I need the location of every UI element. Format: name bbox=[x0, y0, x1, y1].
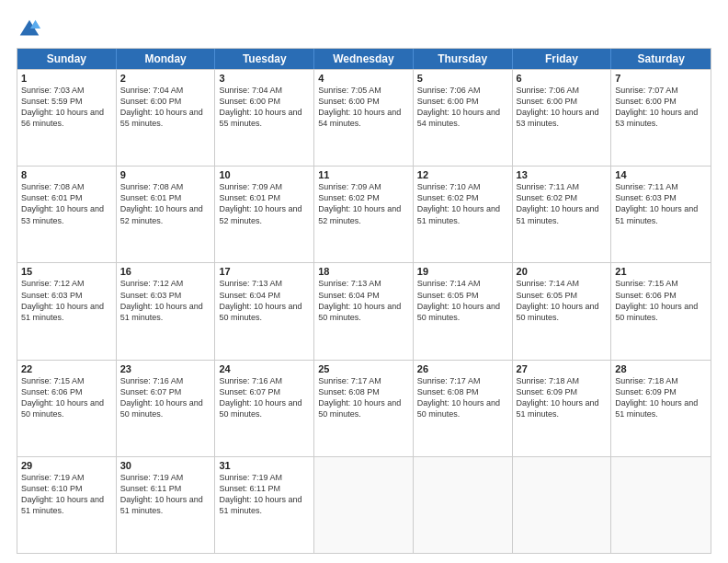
day-number: 17 bbox=[219, 266, 310, 277]
day-info: Sunrise: 7:19 AM Sunset: 6:11 PM Dayligh… bbox=[219, 472, 310, 517]
day-cell-15: 15Sunrise: 7:12 AM Sunset: 6:03 PM Dayli… bbox=[17, 263, 117, 359]
day-cell-17: 17Sunrise: 7:13 AM Sunset: 6:04 PM Dayli… bbox=[215, 263, 314, 359]
day-cell-5: 5Sunrise: 7:06 AM Sunset: 6:00 PM Daylig… bbox=[414, 70, 513, 166]
day-info: Sunrise: 7:15 AM Sunset: 6:06 PM Dayligh… bbox=[615, 278, 707, 323]
day-number: 24 bbox=[219, 363, 310, 374]
day-info: Sunrise: 7:09 AM Sunset: 6:01 PM Dayligh… bbox=[219, 181, 310, 226]
day-cell-6: 6Sunrise: 7:06 AM Sunset: 6:00 PM Daylig… bbox=[513, 70, 612, 166]
day-number: 4 bbox=[318, 73, 409, 84]
day-cell-20: 20Sunrise: 7:14 AM Sunset: 6:05 PM Dayli… bbox=[513, 263, 612, 359]
header-day-tuesday: Tuesday bbox=[215, 49, 314, 69]
day-cell-25: 25Sunrise: 7:17 AM Sunset: 6:08 PM Dayli… bbox=[314, 361, 414, 456]
day-number: 19 bbox=[417, 266, 508, 277]
day-info: Sunrise: 7:18 AM Sunset: 6:09 PM Dayligh… bbox=[615, 375, 707, 420]
day-number: 27 bbox=[517, 363, 608, 374]
day-info: Sunrise: 7:14 AM Sunset: 6:05 PM Dayligh… bbox=[417, 278, 508, 323]
day-info: Sunrise: 7:05 AM Sunset: 6:00 PM Dayligh… bbox=[318, 85, 409, 130]
calendar-week: 8Sunrise: 7:08 AM Sunset: 6:01 PM Daylig… bbox=[17, 166, 711, 262]
day-number: 10 bbox=[219, 169, 310, 180]
header-day-sunday: Sunday bbox=[17, 49, 117, 69]
day-cell-30: 30Sunrise: 7:19 AM Sunset: 6:11 PM Dayli… bbox=[117, 457, 216, 553]
day-cell-18: 18Sunrise: 7:13 AM Sunset: 6:04 PM Dayli… bbox=[314, 263, 414, 359]
day-info: Sunrise: 7:04 AM Sunset: 6:00 PM Dayligh… bbox=[219, 85, 310, 130]
day-info: Sunrise: 7:09 AM Sunset: 6:02 PM Dayligh… bbox=[318, 181, 409, 226]
day-cell-8: 8Sunrise: 7:08 AM Sunset: 6:01 PM Daylig… bbox=[17, 167, 117, 262]
day-number: 14 bbox=[615, 169, 707, 180]
header-day-friday: Friday bbox=[513, 49, 612, 69]
day-info: Sunrise: 7:06 AM Sunset: 6:00 PM Dayligh… bbox=[517, 85, 608, 130]
calendar: SundayMondayTuesdayWednesdayThursdayFrid… bbox=[17, 48, 711, 554]
day-info: Sunrise: 7:15 AM Sunset: 6:06 PM Dayligh… bbox=[21, 375, 112, 420]
calendar-page: SundayMondayTuesdayWednesdayThursdayFrid… bbox=[0, 0, 728, 563]
day-cell-14: 14Sunrise: 7:11 AM Sunset: 6:03 PM Dayli… bbox=[611, 167, 711, 262]
calendar-week: 1Sunrise: 7:03 AM Sunset: 5:59 PM Daylig… bbox=[17, 69, 711, 166]
day-info: Sunrise: 7:11 AM Sunset: 6:02 PM Dayligh… bbox=[517, 181, 608, 226]
day-number: 15 bbox=[21, 266, 112, 277]
day-info: Sunrise: 7:06 AM Sunset: 6:00 PM Dayligh… bbox=[417, 85, 508, 130]
calendar-header: SundayMondayTuesdayWednesdayThursdayFrid… bbox=[17, 49, 711, 69]
day-number: 22 bbox=[21, 363, 112, 374]
day-cell-26: 26Sunrise: 7:17 AM Sunset: 6:08 PM Dayli… bbox=[414, 361, 513, 456]
day-info: Sunrise: 7:13 AM Sunset: 6:04 PM Dayligh… bbox=[219, 278, 310, 323]
day-number: 7 bbox=[615, 73, 707, 84]
day-number: 29 bbox=[21, 460, 112, 471]
day-info: Sunrise: 7:08 AM Sunset: 6:01 PM Dayligh… bbox=[120, 181, 211, 226]
day-cell-16: 16Sunrise: 7:12 AM Sunset: 6:03 PM Dayli… bbox=[117, 263, 216, 359]
day-number: 31 bbox=[219, 460, 310, 471]
day-number: 9 bbox=[120, 169, 211, 180]
day-cell-31: 31Sunrise: 7:19 AM Sunset: 6:11 PM Dayli… bbox=[215, 457, 314, 553]
day-cell-9: 9Sunrise: 7:08 AM Sunset: 6:01 PM Daylig… bbox=[117, 167, 216, 262]
header-day-saturday: Saturday bbox=[611, 49, 711, 69]
day-cell-10: 10Sunrise: 7:09 AM Sunset: 6:01 PM Dayli… bbox=[215, 167, 314, 262]
day-info: Sunrise: 7:08 AM Sunset: 6:01 PM Dayligh… bbox=[21, 181, 112, 226]
calendar-week: 15Sunrise: 7:12 AM Sunset: 6:03 PM Dayli… bbox=[17, 262, 711, 359]
calendar-body: 1Sunrise: 7:03 AM Sunset: 5:59 PM Daylig… bbox=[17, 69, 711, 553]
day-cell-12: 12Sunrise: 7:10 AM Sunset: 6:02 PM Dayli… bbox=[414, 167, 513, 262]
day-number: 2 bbox=[120, 73, 211, 84]
logo-icon bbox=[17, 17, 42, 42]
day-cell-27: 27Sunrise: 7:18 AM Sunset: 6:09 PM Dayli… bbox=[513, 361, 612, 456]
empty-cell bbox=[513, 457, 612, 553]
day-cell-23: 23Sunrise: 7:16 AM Sunset: 6:07 PM Dayli… bbox=[117, 361, 216, 456]
day-number: 3 bbox=[219, 73, 310, 84]
empty-cell bbox=[414, 457, 513, 553]
day-number: 25 bbox=[318, 363, 409, 374]
day-cell-29: 29Sunrise: 7:19 AM Sunset: 6:10 PM Dayli… bbox=[17, 457, 117, 553]
day-number: 13 bbox=[517, 169, 608, 180]
day-cell-11: 11Sunrise: 7:09 AM Sunset: 6:02 PM Dayli… bbox=[314, 167, 414, 262]
day-info: Sunrise: 7:04 AM Sunset: 6:00 PM Dayligh… bbox=[120, 85, 211, 130]
day-cell-3: 3Sunrise: 7:04 AM Sunset: 6:00 PM Daylig… bbox=[215, 70, 314, 166]
day-info: Sunrise: 7:19 AM Sunset: 6:11 PM Dayligh… bbox=[120, 472, 211, 517]
day-number: 23 bbox=[120, 363, 211, 374]
empty-cell bbox=[611, 457, 711, 553]
day-cell-13: 13Sunrise: 7:11 AM Sunset: 6:02 PM Dayli… bbox=[513, 167, 612, 262]
day-number: 5 bbox=[417, 73, 508, 84]
day-info: Sunrise: 7:10 AM Sunset: 6:02 PM Dayligh… bbox=[417, 181, 508, 226]
day-cell-2: 2Sunrise: 7:04 AM Sunset: 6:00 PM Daylig… bbox=[117, 70, 216, 166]
day-info: Sunrise: 7:17 AM Sunset: 6:08 PM Dayligh… bbox=[318, 375, 409, 420]
day-cell-19: 19Sunrise: 7:14 AM Sunset: 6:05 PM Dayli… bbox=[414, 263, 513, 359]
day-number: 6 bbox=[517, 73, 608, 84]
header-day-monday: Monday bbox=[117, 49, 216, 69]
day-number: 30 bbox=[120, 460, 211, 471]
day-number: 8 bbox=[21, 169, 112, 180]
day-number: 20 bbox=[517, 266, 608, 277]
day-number: 1 bbox=[21, 73, 112, 84]
day-number: 21 bbox=[615, 266, 707, 277]
day-cell-1: 1Sunrise: 7:03 AM Sunset: 5:59 PM Daylig… bbox=[17, 70, 117, 166]
day-number: 18 bbox=[318, 266, 409, 277]
day-info: Sunrise: 7:18 AM Sunset: 6:09 PM Dayligh… bbox=[517, 375, 608, 420]
day-info: Sunrise: 7:16 AM Sunset: 6:07 PM Dayligh… bbox=[219, 375, 310, 420]
empty-cell bbox=[314, 457, 414, 553]
day-info: Sunrise: 7:17 AM Sunset: 6:08 PM Dayligh… bbox=[417, 375, 508, 420]
day-info: Sunrise: 7:11 AM Sunset: 6:03 PM Dayligh… bbox=[615, 181, 707, 226]
day-number: 12 bbox=[417, 169, 508, 180]
day-cell-24: 24Sunrise: 7:16 AM Sunset: 6:07 PM Dayli… bbox=[215, 361, 314, 456]
calendar-week: 22Sunrise: 7:15 AM Sunset: 6:06 PM Dayli… bbox=[17, 360, 711, 456]
day-info: Sunrise: 7:16 AM Sunset: 6:07 PM Dayligh… bbox=[120, 375, 211, 420]
day-info: Sunrise: 7:19 AM Sunset: 6:10 PM Dayligh… bbox=[21, 472, 112, 517]
day-cell-28: 28Sunrise: 7:18 AM Sunset: 6:09 PM Dayli… bbox=[611, 361, 711, 456]
day-info: Sunrise: 7:13 AM Sunset: 6:04 PM Dayligh… bbox=[318, 278, 409, 323]
day-cell-22: 22Sunrise: 7:15 AM Sunset: 6:06 PM Dayli… bbox=[17, 361, 117, 456]
day-number: 28 bbox=[615, 363, 707, 374]
